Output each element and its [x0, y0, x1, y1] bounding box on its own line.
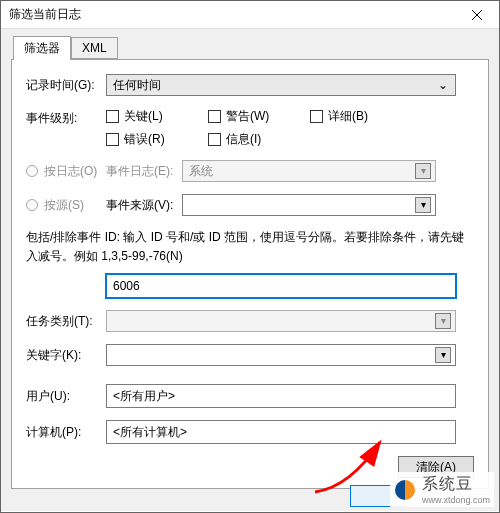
- tab-page-filter: 记录时间(G): 任何时间 ⌄ 事件级别: 关键(L) 警告(W) 详细(B) …: [11, 59, 489, 489]
- label-eventsources: 事件来源(V):: [106, 197, 182, 214]
- label-logged: 记录时间(G):: [26, 77, 106, 94]
- dropdown-button-icon: ▾: [435, 347, 451, 363]
- row-bysource: 按源(S) 事件来源(V): ▾: [26, 194, 476, 216]
- check-info[interactable]: 信息(I): [208, 131, 288, 148]
- row-computer: 计算机(P): <所有计算机>: [26, 420, 476, 444]
- radio-icon: [26, 199, 38, 211]
- client-area: 筛选器 XML 记录时间(G): 任何时间 ⌄ 事件级别: 关键(L) 警告(W…: [1, 29, 499, 511]
- eventid-description: 包括/排除事件 ID: 输入 ID 号和/或 ID 范围，使用逗号分隔。若要排除…: [26, 228, 466, 266]
- label-keywords: 关键字(K):: [26, 347, 106, 364]
- check-error[interactable]: 错误(R): [106, 131, 186, 148]
- watermark-logo-icon: [394, 479, 416, 501]
- checkbox-icon: [208, 110, 221, 123]
- user-input[interactable]: <所有用户>: [106, 384, 456, 408]
- eventid-input[interactable]: 6006: [106, 274, 456, 298]
- check-critical[interactable]: 关键(L): [106, 108, 186, 125]
- radio-bysource: 按源(S): [26, 197, 106, 214]
- window-title: 筛选当前日志: [9, 6, 455, 23]
- combo-eventlogs-value: 系统: [189, 163, 415, 180]
- checkbox-icon: [106, 110, 119, 123]
- computer-value: <所有计算机>: [113, 424, 187, 441]
- combo-logged-value: 任何时间: [113, 77, 435, 94]
- tab-xml[interactable]: XML: [71, 37, 118, 59]
- computer-input[interactable]: <所有计算机>: [106, 420, 456, 444]
- chevron-down-icon: ⌄: [435, 78, 451, 92]
- close-icon: [472, 10, 482, 20]
- radio-bylog: 按日志(O): [26, 163, 106, 180]
- level-checkgroup: 关键(L) 警告(W) 详细(B) 错误(R) 信息(I): [106, 108, 436, 148]
- combo-eventlogs: 系统 ▾: [182, 160, 436, 182]
- label-user: 用户(U):: [26, 388, 106, 405]
- label-eventlogs: 事件日志(E):: [106, 163, 182, 180]
- radio-icon: [26, 165, 38, 177]
- label-computer: 计算机(P):: [26, 424, 106, 441]
- row-level: 事件级别: 关键(L) 警告(W) 详细(B) 错误(R) 信息(I): [26, 108, 476, 148]
- row-bylog: 按日志(O) 事件日志(E): 系统 ▾: [26, 160, 476, 182]
- label-level: 事件级别:: [26, 108, 106, 127]
- dropdown-button-icon: ▾: [415, 197, 431, 213]
- label-bysource: 按源(S): [44, 197, 84, 214]
- label-task: 任务类别(T):: [26, 313, 106, 330]
- check-verbose[interactable]: 详细(B): [310, 108, 390, 125]
- eventid-value: 6006: [113, 279, 140, 293]
- titlebar: 筛选当前日志: [1, 1, 499, 29]
- combo-keywords[interactable]: ▾: [106, 344, 456, 366]
- row-keywords: 关键字(K): ▾: [26, 344, 476, 366]
- dropdown-button-icon: ▾: [435, 313, 451, 329]
- watermark: 系统豆 www.xtdong.com: [390, 472, 494, 507]
- close-button[interactable]: [455, 2, 499, 28]
- combo-eventsources[interactable]: ▾: [182, 194, 436, 216]
- checkbox-icon: [208, 133, 221, 146]
- checkbox-icon: [106, 133, 119, 146]
- tab-strip: 筛选器 XML: [13, 37, 489, 59]
- dropdown-button-icon: ▾: [415, 163, 431, 179]
- row-eventid: 6006: [26, 274, 476, 298]
- checkbox-icon: [310, 110, 323, 123]
- row-task: 任务类别(T): ▾: [26, 310, 476, 332]
- row-logged: 记录时间(G): 任何时间 ⌄: [26, 74, 476, 96]
- combo-logged[interactable]: 任何时间 ⌄: [106, 74, 456, 96]
- combo-task: ▾: [106, 310, 456, 332]
- check-warning[interactable]: 警告(W): [208, 108, 288, 125]
- user-value: <所有用户>: [113, 388, 175, 405]
- watermark-text: 系统豆 www.xtdong.com: [422, 474, 490, 505]
- tab-filter[interactable]: 筛选器: [13, 36, 71, 60]
- row-user: 用户(U): <所有用户>: [26, 384, 476, 408]
- dialog-window: 筛选当前日志 筛选器 XML 记录时间(G): 任何时间 ⌄ 事件级别: 关键(…: [0, 0, 500, 513]
- label-bylog: 按日志(O): [44, 163, 97, 180]
